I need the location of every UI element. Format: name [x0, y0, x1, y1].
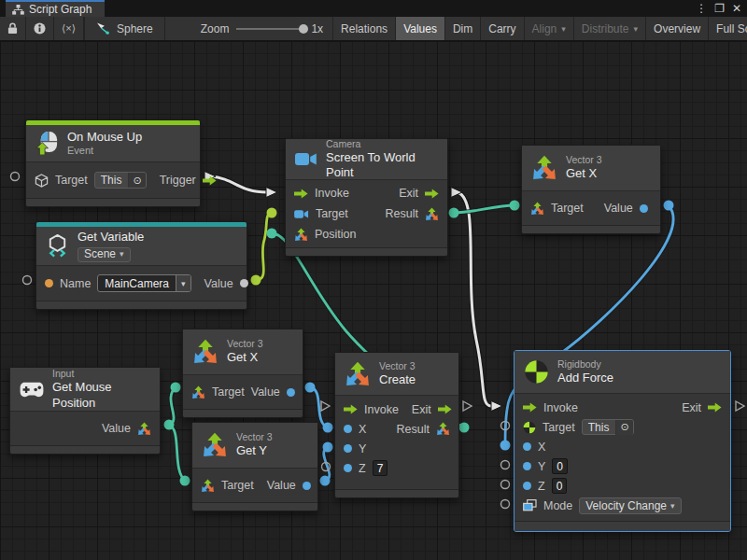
z-port[interactable] — [344, 464, 352, 472]
variable-icon — [46, 234, 69, 258]
node-title: Get X — [227, 350, 263, 365]
carry-label: Carry — [488, 22, 515, 35]
z-value-field[interactable]: 0 — [552, 478, 568, 494]
carry-button[interactable]: Carry — [481, 17, 524, 40]
node-footer — [286, 247, 447, 256]
value-port[interactable] — [640, 204, 648, 213]
flow-arrow-icon[interactable] — [203, 175, 217, 186]
node-category: Input — [52, 368, 150, 380]
mouse-up-icon — [35, 132, 59, 155]
value-port[interactable] — [303, 482, 311, 490]
target-self-chip[interactable]: This ⊙ — [582, 419, 634, 435]
flow-arrow-icon[interactable] — [708, 402, 722, 413]
y-port-label: Y — [359, 442, 366, 455]
object-picker-icon[interactable]: ⊙ — [128, 173, 145, 188]
force-mode-icon[interactable] — [523, 499, 537, 511]
chevron-down-icon: ▾ — [670, 501, 675, 511]
node-title: Get Y — [236, 443, 273, 458]
vector3-port-icon[interactable] — [436, 422, 450, 436]
flow-arrow-icon[interactable] — [344, 404, 358, 414]
graph-canvas[interactable]: On Mouse Up Event Target This ⊙ Trigger — [0, 41, 747, 560]
tab-script-graph[interactable]: Script Graph — [6, 0, 105, 17]
vector3-port-icon[interactable] — [294, 228, 308, 242]
gameobject-cube-icon — [35, 174, 49, 188]
x-port[interactable] — [344, 425, 352, 433]
flow-arrow-icon[interactable] — [294, 189, 308, 199]
node-footer — [10, 445, 160, 454]
graph-toolbar: ⟨×⟩ Sphere Zoom 1x Relations Values Dim … — [0, 17, 747, 41]
distribute-label: Distribute — [582, 22, 629, 35]
node-get-mouse-position[interactable]: Input Get Mouse Position Value — [9, 367, 161, 455]
kebab-menu-icon[interactable]: ⋮ — [696, 0, 707, 17]
variable-scope-dropdown[interactable]: Scene ▾ — [78, 247, 131, 262]
y-value-field[interactable]: 0 — [552, 458, 568, 474]
node-vector3-get-y[interactable]: Vector 3 Get Y Target Value — [191, 422, 318, 511]
node-vector3-create[interactable]: Vector 3 Create Invoke Exit X Result — [334, 352, 459, 498]
relations-button[interactable]: Relations — [332, 17, 396, 40]
z-port[interactable] — [523, 482, 531, 490]
object-picker-icon[interactable]: ⊙ — [615, 420, 632, 435]
close-icon[interactable]: ✕ — [732, 0, 741, 17]
node-title: Screen To World Point — [326, 150, 438, 181]
z-value-field[interactable]: 7 — [373, 460, 388, 476]
zoom-label: Zoom — [201, 22, 230, 35]
node-vector3-get-x-mid[interactable]: Vector 3 Get X Target Value — [182, 329, 303, 418]
rigidbody-icon — [524, 359, 549, 385]
zoom-slider[interactable] — [236, 28, 303, 30]
node-title: On Mouse Up — [67, 130, 142, 145]
node-footer — [36, 301, 247, 309]
dim-button[interactable]: Dim — [445, 17, 481, 40]
vector3-port-icon[interactable] — [191, 385, 205, 399]
node-category: Camera — [326, 138, 438, 150]
node-title: Get Variable — [78, 230, 144, 245]
value-port-label: Value — [604, 202, 633, 215]
exit-port-label: Exit — [682, 401, 701, 414]
node-rigidbody-add-force[interactable]: Rigidbody Add Force Invoke Exit Target T… — [514, 350, 731, 532]
value-port[interactable] — [240, 279, 248, 287]
node-on-mouse-up[interactable]: On Mouse Up Event Target This ⊙ Trigger — [25, 119, 201, 207]
vector3-icon — [192, 339, 218, 365]
flow-arrow-icon[interactable] — [425, 189, 439, 199]
graph-breadcrumb[interactable]: Sphere — [85, 17, 165, 40]
vector3-port-icon[interactable] — [530, 202, 544, 216]
script-graph-icon — [12, 5, 24, 15]
target-port-label: Target — [551, 202, 584, 215]
vector3-port-icon[interactable] — [425, 207, 439, 221]
info-button[interactable] — [26, 17, 54, 40]
node-footer — [514, 521, 730, 531]
node-title: Add Force — [557, 371, 613, 385]
force-mode-dropdown[interactable]: Velocity Change ▾ — [579, 497, 681, 514]
node-get-variable[interactable]: Get Variable Scene ▾ Name MainCamera ▾ V… — [35, 221, 247, 310]
fullscreen-button[interactable]: Full Screen — [709, 17, 747, 40]
target-self-chip[interactable]: This ⊙ — [94, 172, 147, 189]
node-screen-to-world-point[interactable]: Camera Screen To World Point Invoke Exit… — [285, 138, 448, 257]
zoom-slider-knob[interactable] — [299, 24, 308, 34]
overview-button[interactable]: Overview — [646, 17, 709, 40]
y-port-label: Y — [538, 460, 545, 473]
distribute-dropdown[interactable]: Distribute▾ — [574, 17, 646, 40]
code-view-button[interactable]: ⟨×⟩ — [54, 17, 84, 40]
value-port[interactable] — [287, 388, 295, 397]
lock-button[interactable] — [0, 17, 26, 40]
flow-arrow-icon[interactable] — [438, 404, 452, 414]
vector3-port-icon[interactable] — [201, 479, 215, 493]
camera-port-icon[interactable] — [294, 209, 309, 219]
align-dropdown[interactable]: Align▾ — [525, 17, 574, 40]
node-vector3-get-x-top[interactable]: Vector 3 Get X Target Value — [521, 145, 661, 234]
chevron-down-icon[interactable]: ▾ — [176, 275, 190, 291]
name-port[interactable] — [45, 279, 53, 287]
target-self-value: This — [588, 421, 610, 434]
value-port-label: Value — [204, 277, 233, 290]
rigidbody-port-icon[interactable] — [523, 421, 536, 434]
z-port-label: Z — [359, 462, 366, 475]
variable-name-select[interactable]: MainCamera ▾ — [97, 274, 190, 292]
vector3-port-icon[interactable] — [137, 422, 151, 436]
node-footer — [183, 409, 303, 417]
maximize-icon[interactable]: ❐ — [714, 0, 725, 17]
flow-arrow-icon[interactable] — [523, 402, 537, 413]
y-port[interactable] — [344, 444, 352, 453]
y-port[interactable] — [523, 462, 531, 470]
values-button[interactable]: Values — [396, 17, 445, 40]
x-port[interactable] — [523, 442, 531, 451]
info-icon — [34, 22, 46, 35]
